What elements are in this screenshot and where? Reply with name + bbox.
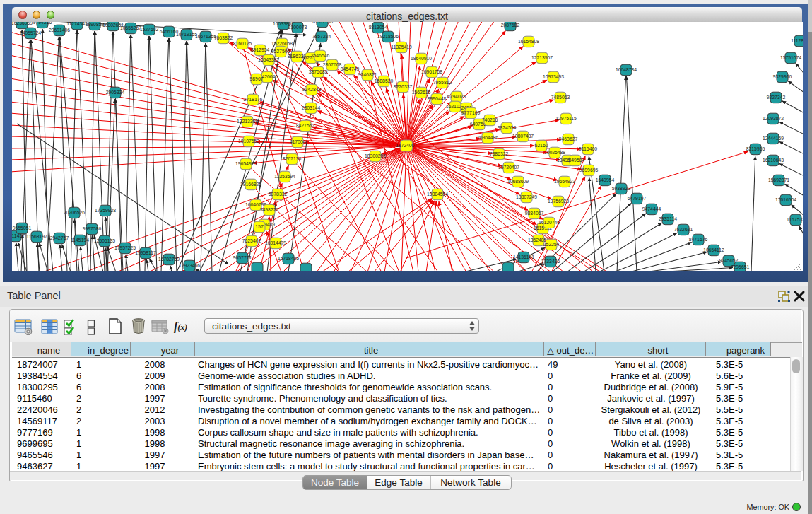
svg-text:18300295: 18300295 <box>365 153 386 158</box>
svg-text:2942757: 2942757 <box>50 235 69 240</box>
svg-text:8990448: 8990448 <box>428 96 447 101</box>
svg-text:9657771: 9657771 <box>233 255 252 260</box>
svg-text:16961758: 16961758 <box>421 69 442 74</box>
svg-text:10655267: 10655267 <box>120 25 141 30</box>
svg-text:8813054: 8813054 <box>369 25 388 30</box>
svg-text:14136141: 14136141 <box>513 255 534 259</box>
svg-text:6479197: 6479197 <box>628 196 647 201</box>
svg-text:15692871: 15692871 <box>768 177 789 182</box>
svg-text:2935114: 2935114 <box>659 216 677 221</box>
svg-text:14055724: 14055724 <box>20 30 41 35</box>
svg-text:62160: 62160 <box>535 143 548 148</box>
svg-text:9997586: 9997586 <box>83 226 102 231</box>
svg-text:19218506: 19218506 <box>377 34 399 39</box>
svg-text:9463627: 9463627 <box>559 136 578 141</box>
svg-text:15226058: 15226058 <box>271 41 293 46</box>
svg-text:18640910: 18640910 <box>411 56 432 61</box>
svg-text:16543382: 16543382 <box>258 57 279 62</box>
svg-text:20691406: 20691406 <box>49 28 70 33</box>
svg-text:7955812: 7955812 <box>433 80 452 85</box>
svg-text:2803144: 2803144 <box>302 105 321 110</box>
svg-text:19756928: 19756928 <box>548 199 569 204</box>
svg-text:10973493: 10973493 <box>543 74 564 79</box>
svg-text:9699695: 9699695 <box>579 168 599 173</box>
svg-text:2100073: 2100073 <box>288 25 307 30</box>
svg-text:15718485: 15718485 <box>278 256 299 261</box>
svg-text:7485063: 7485063 <box>551 95 570 100</box>
svg-text:2718176: 2718176 <box>244 97 263 102</box>
svg-text:19654925: 19654925 <box>235 161 257 166</box>
svg-text:12505135: 12505135 <box>94 238 115 243</box>
svg-text:1167533: 1167533 <box>787 217 803 222</box>
svg-text:11274342: 11274342 <box>66 22 88 26</box>
svg-text:7625402: 7625402 <box>242 238 261 243</box>
svg-text:8912954: 8912954 <box>251 47 270 52</box>
svg-text:16210643: 16210643 <box>763 158 784 163</box>
svg-text:9146821: 9146821 <box>358 72 377 77</box>
svg-text:8267130: 8267130 <box>283 156 302 161</box>
svg-text:746266: 746266 <box>482 117 498 122</box>
svg-text:1527602: 1527602 <box>140 27 159 32</box>
svg-text:7386322: 7386322 <box>490 151 509 156</box>
svg-text:7663822: 7663822 <box>214 35 233 40</box>
svg-text:2867608: 2867608 <box>323 62 342 67</box>
svg-text:11568197: 11568197 <box>26 234 47 239</box>
svg-text:8220337: 8220337 <box>394 84 413 89</box>
svg-text:12213967: 12213967 <box>531 55 553 60</box>
svg-text:6794028: 6794028 <box>447 94 466 99</box>
svg-text:1562615: 1562615 <box>412 90 431 95</box>
svg-text:10807487: 10807487 <box>512 134 534 139</box>
svg-text:12975115: 12975115 <box>555 116 577 121</box>
svg-text:9794216: 9794216 <box>33 22 52 25</box>
svg-text:98967: 98967 <box>250 76 264 81</box>
svg-text:16236069: 16236069 <box>12 22 33 25</box>
svg-text:2905334: 2905334 <box>106 90 125 95</box>
svg-text:20364486: 20364486 <box>477 135 498 140</box>
svg-text:9777169: 9777169 <box>461 110 481 115</box>
svg-text:5938923: 5938923 <box>612 186 631 191</box>
svg-text:16671355: 16671355 <box>195 34 216 39</box>
svg-text:3875685: 3875685 <box>309 69 328 74</box>
svg-text:7632621: 7632621 <box>674 227 693 232</box>
svg-text:12213369: 12213369 <box>237 119 258 124</box>
svg-text:10025488: 10025488 <box>544 150 565 155</box>
svg-text:9474444: 9474444 <box>642 206 661 211</box>
svg-text:18724007: 18724007 <box>396 143 417 148</box>
svg-text:10688609: 10688609 <box>507 179 529 184</box>
svg-text:11325419: 11325419 <box>391 45 412 49</box>
svg-text:16154808: 16154808 <box>518 39 539 44</box>
svg-text:3911457: 3911457 <box>12 233 25 238</box>
svg-text:1145194: 1145194 <box>71 238 89 243</box>
svg-text:15751074: 15751074 <box>780 55 801 60</box>
svg-text:9884067: 9884067 <box>525 211 544 216</box>
svg-text:12444159: 12444159 <box>763 136 784 141</box>
svg-text:20206526: 20206526 <box>64 210 85 215</box>
svg-text:9242848: 9242848 <box>302 87 322 92</box>
svg-text:8215955: 8215955 <box>746 146 765 151</box>
svg-text:8471676: 8471676 <box>689 237 708 242</box>
svg-text:2546546: 2546546 <box>311 53 330 58</box>
svg-text:19958117: 19958117 <box>135 250 156 255</box>
svg-text:3498222: 3498222 <box>260 207 279 212</box>
svg-text:417004: 417004 <box>290 139 306 144</box>
svg-text:12093872: 12093872 <box>763 116 784 121</box>
svg-text:252254: 252254 <box>543 242 560 247</box>
svg-text:11353594: 11353594 <box>274 174 295 179</box>
svg-text:18807249: 18807249 <box>516 194 537 199</box>
svg-text:19166825: 19166825 <box>240 182 261 187</box>
svg-text:1640954: 1640954 <box>596 177 615 182</box>
svg-text:8427552: 8427552 <box>296 123 315 128</box>
svg-text:9329966: 9329966 <box>773 74 792 79</box>
svg-text:7295651: 7295651 <box>731 264 750 269</box>
svg-text:1849584: 1849584 <box>566 158 585 163</box>
svg-text:1588520: 1588520 <box>375 78 394 83</box>
svg-text:1112857: 1112857 <box>791 38 803 43</box>
svg-text:7357224: 7357224 <box>312 34 331 39</box>
svg-text:10719155: 10719155 <box>176 32 197 37</box>
svg-text:19384554: 19384554 <box>427 192 448 197</box>
svg-text:16120746: 16120746 <box>539 220 560 225</box>
svg-text:10654112: 10654112 <box>703 247 724 252</box>
svg-text:9227342: 9227342 <box>767 95 786 100</box>
svg-text:9115460: 9115460 <box>579 146 597 151</box>
svg-text:12923466: 12923466 <box>179 263 200 268</box>
